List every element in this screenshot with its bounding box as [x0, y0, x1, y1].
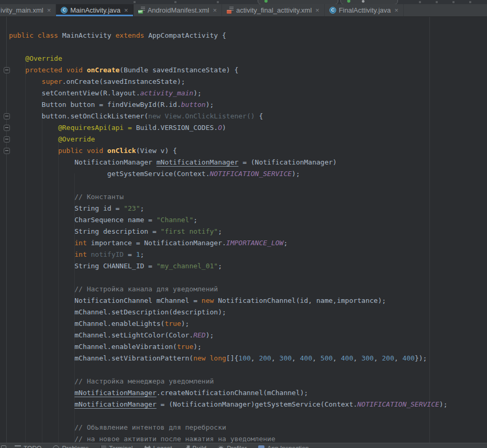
toolwindow-label: Terminal — [109, 445, 132, 448]
tab-androidmanifest-xml[interactable]: MFAndroidManifest.xml× — [134, 4, 222, 16]
code-token: // на новое активити после нажатия на ув… — [9, 435, 275, 443]
toolwindow-button-todo[interactable]: TODO — [15, 443, 41, 448]
code-token: public void — [9, 147, 107, 155]
code-token: protected void — [9, 66, 87, 74]
android-studio-window: ivity_main.xml×CMainActivity.java×MFAndr… — [0, 0, 487, 448]
toolwindow-button-profiler[interactable]: Profiler — [218, 443, 247, 448]
toolwindow-button-problems[interactable]: Problems — [53, 443, 88, 448]
code-token: mChannel.setDescription(description); — [9, 308, 226, 316]
code-line — [9, 364, 448, 376]
code-token: .onCreate(savedInstanceState); — [62, 78, 185, 85]
code-token: NOTIFICATION_SERVICE — [210, 170, 292, 178]
code-token: mChannel.enableVibration( — [9, 343, 177, 351]
code-token: mChannel.enableLights( — [9, 320, 164, 327]
code-token: ; — [140, 250, 144, 258]
toolwindow-button-logcat[interactable]: Logcat — [145, 443, 172, 448]
code-token: ) — [222, 124, 226, 132]
code-line: String CHANNEL_ID = "my_channel_01"; — [9, 260, 448, 272]
toolwindow-label: App Inspection — [267, 445, 308, 448]
run-configuration-button[interactable] — [258, 0, 338, 4]
code-line: @Override — [9, 53, 448, 64]
code-token: 400 — [300, 354, 312, 362]
code-token: 300 — [280, 354, 292, 362]
code-token: = (NotificationManager) — [238, 158, 337, 166]
toolwindow-button-build[interactable]: Build — [184, 443, 207, 448]
code-token: { — [259, 112, 263, 120]
tab-label: activity_final_acttivity.xml — [236, 6, 312, 14]
window-corner-icon[interactable] — [1, 445, 6, 448]
logcat-icon — [145, 445, 151, 448]
tab-finalacttivity-java[interactable]: CFinalActtivity.java× — [325, 4, 404, 16]
code-line: CharSequence name = "Channel"; — [9, 214, 448, 226]
code-token: setContentView(R.layout. — [9, 89, 140, 97]
code-token: , — [271, 354, 280, 362]
tab-label: ivity_main.xml — [1, 6, 43, 14]
code-token: new View.OnClickListener() — [148, 112, 259, 120]
code-token: ); — [292, 170, 300, 178]
code-token: }); — [415, 354, 427, 362]
code-line: super.onCreate(savedInstanceState); — [9, 76, 448, 88]
toolwindow-button-terminal[interactable]: Terminal — [100, 443, 132, 448]
code-token: , — [312, 354, 320, 362]
code-token: String description = — [9, 227, 161, 235]
code-token: 400 — [341, 354, 353, 362]
toolwindow-label: Logcat — [153, 445, 172, 448]
code-token: ; — [283, 239, 287, 247]
code-line — [9, 41, 448, 53]
code-token: public class — [9, 31, 62, 39]
code-token: mNotificationManager — [74, 400, 157, 408]
tab-label: FinalActtivity.java — [339, 6, 391, 14]
code-token: "first notify" — [161, 227, 218, 235]
code-token: ; — [193, 216, 197, 224]
code-line: Button button = findViewById(R.id.button… — [9, 99, 448, 111]
code-token: O — [218, 124, 222, 132]
close-icon[interactable]: × — [47, 7, 51, 14]
code-line: @RequiresApi(api = Build.VERSION_CODES.O… — [9, 122, 448, 134]
code-token: 300 — [361, 354, 373, 362]
code-line: mChannel.setVibrationPattern(new long[]{… — [9, 353, 448, 364]
code-token: // Настройка менеджера уведомлений — [9, 377, 214, 385]
code-line: getSystemService(Context.NOTIFICATION_SE… — [9, 168, 448, 180]
tool-window-bar: TODOProblemsTerminalLogcatBuildProfilerA… — [0, 443, 487, 448]
code-line: mChannel.enableVibration(true); — [9, 341, 448, 353]
code-token: new — [202, 297, 218, 304]
code-token: , — [374, 354, 382, 362]
code-token: = — [124, 250, 136, 258]
toolbar-mark-icon — [134, 1, 136, 3]
code-line: NotificationManager mNotificationManager… — [9, 157, 448, 168]
close-icon[interactable]: × — [394, 7, 399, 14]
toolbar-mark-icon — [217, 1, 219, 3]
code-token: Build.VERSION_CODES. — [136, 124, 218, 132]
code-line: mChannel.setLightColor(Color.RED); — [9, 330, 448, 341]
fold-minus-icon[interactable] — [4, 148, 10, 154]
tab-activity-main-xml[interactable]: ivity_main.xml× — [0, 4, 56, 16]
close-icon[interactable]: × — [124, 7, 128, 14]
code-token: button.setOnClickListener( — [9, 112, 148, 120]
run-actions-group[interactable] — [340, 0, 398, 4]
fold-minus-icon[interactable] — [4, 125, 10, 131]
code-token: ); — [193, 89, 202, 97]
fold-minus-icon[interactable] — [4, 67, 10, 73]
toolwindow-label: Build — [193, 445, 207, 448]
tab-activity-final-acttivity-xml[interactable]: activity_final_acttivity.xml× — [222, 4, 325, 16]
fold-minus-icon[interactable] — [4, 113, 10, 119]
code-token: notifyID — [91, 250, 124, 258]
close-icon[interactable]: × — [315, 7, 319, 14]
code-token: , — [292, 354, 300, 362]
code-token: 100 — [238, 354, 250, 362]
code-token: , — [333, 354, 341, 362]
code-token: @Override — [9, 54, 62, 62]
code-line: // Обьявление интентов для переброски — [9, 422, 448, 433]
code-token: CharSequence name = — [9, 216, 157, 224]
tab-mainactivity-java[interactable]: CMainActivity.java× — [56, 4, 133, 16]
profiler-icon — [218, 445, 224, 448]
toolwindow-button-app-inspection[interactable]: App Inspection — [258, 443, 308, 448]
code-token: String id = — [9, 204, 124, 212]
code-editor[interactable]: public class MainActivity extends AppCom… — [0, 17, 487, 443]
code-token: 400 — [402, 354, 414, 362]
code-token: String CHANNEL_ID = — [9, 262, 157, 270]
close-icon[interactable]: × — [213, 7, 217, 14]
code-line — [9, 272, 448, 283]
fold-minus-icon[interactable] — [4, 136, 10, 143]
code-token: []{ — [226, 354, 238, 362]
